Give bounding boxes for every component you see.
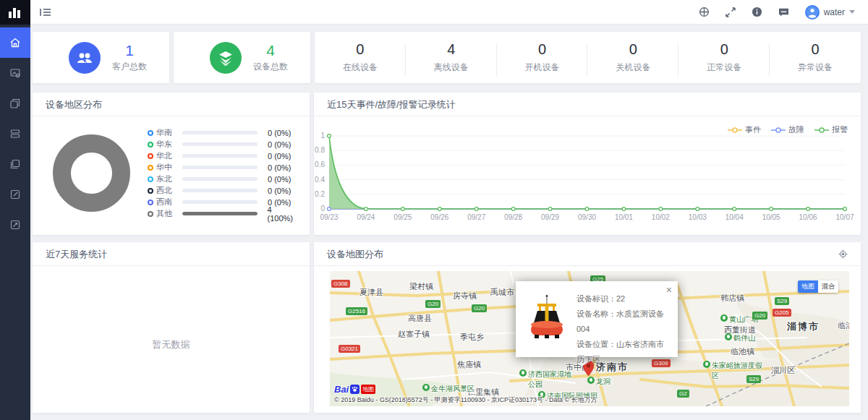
globe-button[interactable] xyxy=(699,7,710,17)
map-type-map-button[interactable]: 地图 xyxy=(798,280,818,293)
road-badge: G20 xyxy=(425,300,441,308)
region-card-title: 设备地区分布 xyxy=(46,93,102,116)
stat-cell: 0正常设备 xyxy=(678,41,770,74)
map-place-label: 夏津县 xyxy=(359,287,383,298)
svg-text:10/04: 10/04 xyxy=(726,213,744,221)
info-button[interactable] xyxy=(752,7,762,17)
svg-text:09/27: 09/27 xyxy=(467,213,485,221)
sidebar-item-list[interactable] xyxy=(0,119,30,149)
sidebar-item-edit[interactable] xyxy=(0,179,30,210)
svg-text:10/03: 10/03 xyxy=(689,213,707,221)
region-card-body: 华南0 (0%)华东0 (0%)华北0 (0%)华中0 (0%)东北0 (0%)… xyxy=(33,116,310,227)
svg-text:1: 1 xyxy=(320,132,325,140)
stat-cell: 0异常设备 xyxy=(770,41,861,74)
customers-label: 客户总数 xyxy=(112,61,147,73)
poi-icon xyxy=(519,369,527,377)
region-legend-item[interactable]: 华中0 (0%) xyxy=(148,162,299,173)
svg-text:10/07: 10/07 xyxy=(835,213,854,221)
sidebar-item-records[interactable] xyxy=(0,149,30,179)
baidu-paw-icon xyxy=(350,385,359,394)
menu-fold-button[interactable] xyxy=(40,7,51,17)
devices-card: 4 设备总数 xyxy=(174,32,310,83)
region-legend-item[interactable]: 西北0 (0%) xyxy=(148,185,299,196)
home-icon xyxy=(9,37,21,48)
copy-icon xyxy=(9,98,21,109)
customers-count: 1 xyxy=(125,42,134,59)
devices-count: 4 xyxy=(266,42,275,59)
stat-cell: 0关机设备 xyxy=(587,41,678,74)
map-device-popup: × 设备标识：22设备名称：水质监测设备004设备位置：山东省济南市历下区 xyxy=(516,281,678,357)
device-stats-card: 0在线设备4离线设备0开机设备0关机设备0正常设备0异常设备 xyxy=(315,32,861,83)
stat-cell: 0开机设备 xyxy=(497,41,588,74)
bar-chart-logo-icon xyxy=(7,6,23,19)
svg-text:09/26: 09/26 xyxy=(430,213,448,221)
close-icon[interactable]: × xyxy=(666,284,672,296)
map-place-label: 淄川区 xyxy=(771,365,795,376)
users-icon xyxy=(76,50,93,66)
region-donut-chart[interactable] xyxy=(53,134,130,212)
locate-icon[interactable] xyxy=(838,249,848,259)
message-button[interactable] xyxy=(778,7,789,17)
region-legend-item[interactable]: 华北0 (0%) xyxy=(148,150,299,161)
region-legend-item[interactable]: 其他4 (100%) xyxy=(148,208,299,219)
service-stats-card: 近7天服务统计 暂无数据 xyxy=(33,242,310,413)
popup-field: 设备名称：水质监测设备004 xyxy=(576,307,668,337)
region-legend-item[interactable]: 华东0 (0%) xyxy=(148,139,299,150)
service-card-title: 近7天服务统计 xyxy=(46,242,107,266)
sidebar-item-devices[interactable] xyxy=(0,88,30,119)
events-chart[interactable]: 00.20.40.60.8109/2309/2409/2509/2609/270… xyxy=(314,130,861,231)
map-card: 设备地图分布 xyxy=(314,242,861,413)
map-place-label: 禹城市 xyxy=(490,287,514,298)
svg-text:0.8: 0.8 xyxy=(315,146,325,154)
stat-cell: 4离线设备 xyxy=(406,41,497,74)
map-place-label: 焦庙镇 xyxy=(457,359,481,370)
device-stats: 0在线设备4离线设备0开机设备0关机设备0正常设备0异常设备 xyxy=(315,41,861,74)
sidebar-item-monitor[interactable] xyxy=(0,58,30,88)
svg-text:09/24: 09/24 xyxy=(357,213,375,221)
region-legend-item[interactable]: 东北0 (0%) xyxy=(148,173,299,184)
svg-text:10/01: 10/01 xyxy=(615,213,633,221)
poi-icon xyxy=(725,333,732,340)
road-badge: G2516 xyxy=(346,307,367,315)
baidu-map[interactable]: 夏津县梁村镇房寺镇禹城市高唐县赵寨子镇季屯乡焦庙镇仁里集镇市中区济南市韩店镇西董… xyxy=(330,271,849,406)
map-poi-label: 金牛湖风景区 xyxy=(422,384,475,394)
road-badge: G205 xyxy=(773,309,791,317)
fullscreen-button[interactable] xyxy=(726,7,736,17)
baidu-map-badge: 地图 xyxy=(361,385,375,394)
map-place-label: 淄博市 xyxy=(787,320,820,333)
svg-text:09/29: 09/29 xyxy=(541,213,559,221)
poi-icon xyxy=(703,361,710,368)
svg-text:0.4: 0.4 xyxy=(315,176,325,184)
edit-square-icon-2 xyxy=(9,219,21,231)
region-legend-item[interactable]: 华南0 (0%) xyxy=(148,127,299,138)
road-badge: G0321 xyxy=(339,345,360,353)
map-type-hybrid-button[interactable]: 混合 xyxy=(818,280,838,293)
sidebar-item-report[interactable] xyxy=(0,210,30,240)
menu-fold-icon xyxy=(40,7,51,17)
svg-text:10/05: 10/05 xyxy=(762,213,780,221)
message-icon xyxy=(778,7,789,17)
popup-field: 设备标识：22 xyxy=(576,291,668,307)
user-menu[interactable]: water xyxy=(805,5,855,20)
map-type-controls: 地图 混合 xyxy=(798,280,838,293)
baidu-logo: Bai 地图 xyxy=(334,384,375,395)
region-distribution-card: 设备地区分布 华南0 (0%)华东0 (0%)华北0 (0%)华中0 (0%)东… xyxy=(33,93,310,235)
map-place-label: 高唐县 xyxy=(408,313,432,324)
sidebar-item-home[interactable] xyxy=(0,27,30,58)
buoy-device-image xyxy=(527,291,566,346)
fullscreen-icon xyxy=(726,7,736,17)
avatar xyxy=(805,5,820,20)
app-logo[interactable] xyxy=(0,0,30,25)
devices-icon-wrap xyxy=(210,42,242,74)
side-menu xyxy=(0,27,30,240)
poi-icon xyxy=(587,377,595,384)
road-badge: G20 xyxy=(472,304,487,312)
image-gear-icon xyxy=(9,67,21,79)
map-place-label: 临池镇 xyxy=(731,346,754,357)
road-badge: G20 xyxy=(752,312,767,320)
map-place-label: 临淄 xyxy=(838,320,849,331)
map-place-label: 韩店镇 xyxy=(720,293,744,304)
sidebar xyxy=(0,0,30,420)
svg-text:0.2: 0.2 xyxy=(315,190,325,198)
poi-icon xyxy=(720,314,728,322)
